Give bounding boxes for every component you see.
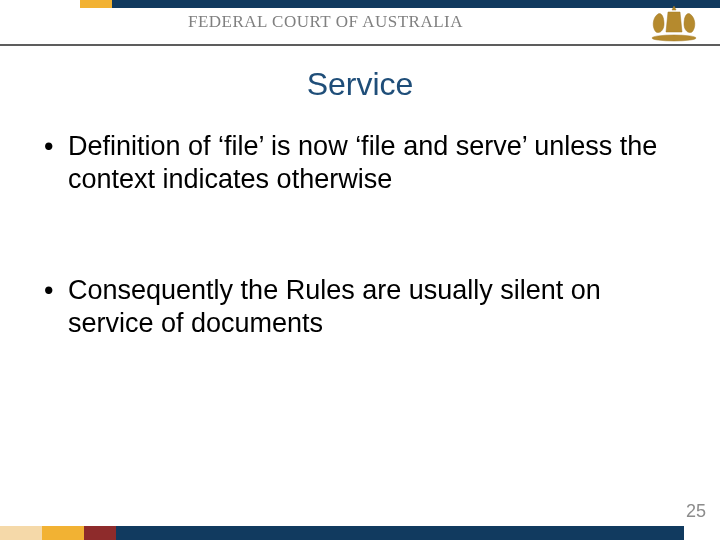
stripe-segment (0, 526, 42, 540)
top-accent-stripe (0, 0, 720, 8)
stripe-segment (84, 526, 116, 540)
coat-of-arms-icon (642, 2, 706, 46)
stripe-segment (80, 0, 112, 8)
slide-title: Service (0, 66, 720, 103)
slide: FEDERAL COURT OF AUSTRALIA Service Defin… (0, 0, 720, 540)
stripe-segment (112, 0, 720, 8)
header-underline (0, 44, 720, 46)
bullet-item: Definition of ‘file’ is now ‘file and se… (40, 130, 680, 196)
org-name: FEDERAL COURT OF AUSTRALIA (188, 12, 463, 32)
stripe-segment (684, 526, 720, 540)
slide-body: Definition of ‘file’ is now ‘file and se… (40, 130, 680, 418)
page-number: 25 (686, 501, 706, 522)
bullet-list: Definition of ‘file’ is now ‘file and se… (40, 130, 680, 340)
bullet-item: Consequently the Rules are usually silen… (40, 274, 680, 340)
stripe-segment (116, 526, 684, 540)
stripe-segment (42, 526, 84, 540)
svg-point-0 (652, 35, 696, 41)
bottom-accent-stripe (0, 526, 720, 540)
header-bar: FEDERAL COURT OF AUSTRALIA (0, 0, 720, 44)
stripe-segment (0, 0, 80, 8)
